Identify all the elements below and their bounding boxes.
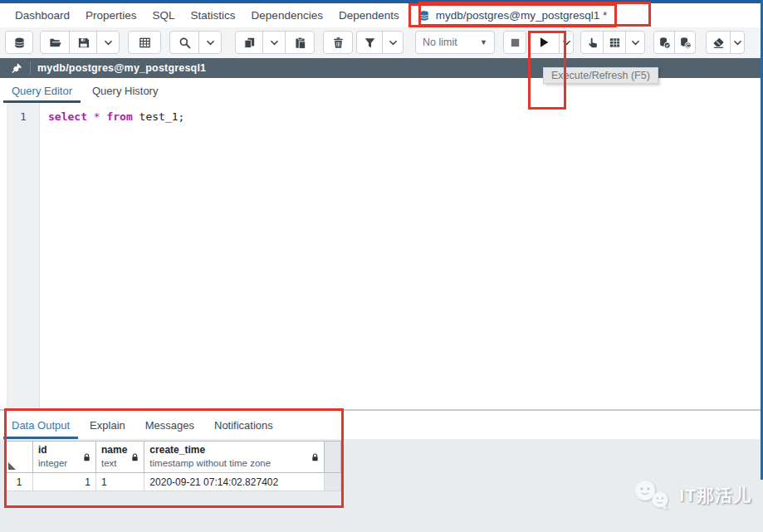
toolbar: No limit▼ [0, 27, 763, 58]
tab-dependents[interactable]: Dependents [339, 9, 399, 22]
toolbar-group [528, 31, 574, 54]
limit-select[interactable]: No limit▼ [415, 31, 495, 54]
connection-label: mydb/postgres@my_postgresql1 [37, 62, 206, 74]
toolbar-group [503, 31, 526, 54]
copy-options-chevron-down-icon [269, 37, 280, 48]
tab-notifications[interactable]: Notifications [204, 411, 283, 439]
toolbar-group [169, 31, 222, 54]
hand-pointer-icon [586, 37, 599, 49]
column-header-id[interactable]: id integer [33, 442, 96, 473]
tab-explain[interactable]: Explain [80, 411, 135, 439]
clear-options-chevron-down-icon [732, 37, 743, 48]
sql-editor[interactable]: 1 select * from test_1; [0, 103, 763, 409]
sql-keyword: select [48, 110, 87, 123]
rollback-button[interactable] [674, 31, 696, 54]
sql-code-line: select * from test_1; [48, 110, 184, 123]
query-tool-tab-label: mydb/postgres@my_postgresql1 * [436, 9, 608, 22]
database-icon [418, 10, 430, 22]
save-icon [77, 37, 90, 49]
filter-options-chevron-down-icon [388, 37, 399, 48]
find-options-chevron-down-icon [205, 37, 216, 48]
eraser-icon [712, 37, 725, 49]
tab-dashboard[interactable]: Dashboard [15, 9, 70, 22]
line-number: 1 [20, 110, 27, 123]
sql-text: test_1; [133, 110, 185, 123]
cell-name[interactable]: 1 [96, 473, 144, 491]
limit-value: No limit [423, 37, 457, 48]
cancel-query-button[interactable] [503, 31, 526, 54]
filter-button[interactable] [356, 31, 383, 54]
execute-options-chevron-down-icon [561, 37, 572, 48]
toolbar-group [706, 31, 745, 54]
watermark-text: IT那活儿 [679, 484, 751, 507]
results-table: id integer name text create_time timesta… [5, 441, 341, 491]
toolbar-group [580, 31, 645, 54]
editor-line-gutter: 1 [7, 103, 40, 409]
explain-options-chevron-down-icon [630, 37, 641, 48]
lock-icon [82, 452, 91, 461]
database-icon [13, 37, 26, 49]
toolbar-group [235, 31, 315, 54]
explain-options-button[interactable] [625, 31, 645, 54]
tab-messages[interactable]: Messages [135, 411, 204, 439]
execute-options-button[interactable] [559, 31, 574, 54]
delete-button[interactable] [323, 31, 353, 54]
toolbar-group [128, 31, 161, 54]
paste-icon [294, 37, 306, 49]
find-options-button[interactable] [198, 31, 222, 54]
corner-triangle-icon [8, 462, 16, 470]
toolbar-group [5, 31, 33, 54]
tab-properties[interactable]: Properties [86, 9, 137, 22]
cell-id[interactable]: 1 [33, 473, 96, 491]
table-row: 1 1 1 2020-09-21 07:14:02.827402 [6, 473, 341, 491]
sql-operator: * [94, 110, 100, 123]
copy-icon [243, 37, 256, 49]
explain-analyze-button[interactable] [603, 31, 626, 54]
query-tool-button[interactable] [5, 31, 33, 54]
tab-statistics[interactable]: Statistics [191, 9, 236, 22]
play-icon [537, 36, 550, 49]
find-button[interactable] [169, 31, 199, 54]
lock-icon [130, 452, 139, 461]
db-commit-icon [658, 37, 671, 49]
watermark: IT那活儿 [633, 480, 751, 511]
table-download-icon [139, 37, 151, 49]
column-header-create-time[interactable]: create_time timestamp without time zone [144, 442, 325, 473]
clear-options-button[interactable] [730, 31, 745, 54]
explain-button[interactable] [580, 31, 604, 54]
tab-query-tool-active[interactable]: mydb/postgres@my_postgresql1 * [408, 3, 618, 27]
tab-dependencies[interactable]: Dependencies [252, 9, 323, 22]
wechat-logo-icon [633, 480, 671, 511]
tab-data-output[interactable]: Data Output [2, 411, 80, 439]
filter-options-button[interactable] [382, 31, 404, 54]
lock-icon [311, 452, 320, 461]
select-all-corner[interactable] [6, 442, 33, 473]
column-header-name[interactable]: name text [96, 442, 144, 473]
open-file-button[interactable] [40, 31, 70, 54]
toolbar-group [40, 31, 120, 54]
trash-icon [332, 37, 345, 49]
cell-create-time[interactable]: 2020-09-21 07:14:02.827402 [144, 473, 325, 491]
copy-options-button[interactable] [262, 31, 286, 54]
tab-query-history[interactable]: Query History [82, 78, 168, 103]
search-icon [179, 37, 191, 49]
copy-button[interactable] [235, 31, 263, 54]
caret-down-icon: ▼ [480, 38, 487, 46]
row-number-cell[interactable]: 1 [6, 473, 33, 491]
execute-refresh-button[interactable] [528, 31, 560, 54]
commit-button[interactable] [653, 31, 675, 54]
results-tab-bar: Data Output Explain Messages Notificatio… [0, 411, 763, 439]
stop-icon [509, 37, 521, 49]
paste-button[interactable] [285, 31, 315, 54]
save-results-to-file-button[interactable] [128, 31, 161, 54]
save-file-button[interactable] [69, 31, 97, 54]
db-rollback-icon [679, 37, 692, 49]
grid-icon [609, 37, 621, 49]
tab-sql[interactable]: SQL [153, 9, 175, 22]
folder-open-icon [49, 37, 61, 49]
tab-query-editor[interactable]: Query Editor [2, 78, 82, 103]
save-file-options-chevron-down-icon [103, 37, 114, 48]
clear-button[interactable] [706, 31, 731, 54]
save-file-options-button[interactable] [96, 31, 120, 54]
toolbar-group [323, 31, 353, 54]
